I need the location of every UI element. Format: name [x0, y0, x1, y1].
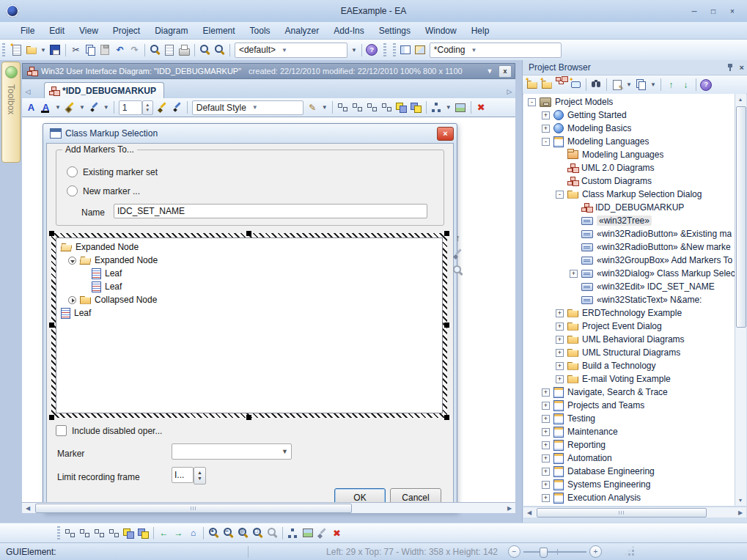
expand-icon[interactable]: + — [542, 428, 550, 436]
new-model-icon[interactable] — [525, 78, 539, 91]
chevron-down-icon[interactable]: ▼ — [350, 47, 358, 54]
align-top-icon[interactable] — [365, 101, 379, 114]
toolbar-grip[interactable] — [2, 43, 5, 56]
default-combo[interactable]: <default> ▼ — [235, 43, 347, 58]
back-icon[interactable]: ← — [157, 527, 171, 539]
expand-icon[interactable]: + — [556, 375, 564, 383]
scrollbar-thumb[interactable] — [537, 508, 707, 517]
caption-close-button[interactable]: x — [498, 65, 512, 78]
new-package-icon[interactable] — [540, 78, 553, 91]
line-width-spinner[interactable]: ▲▼ — [142, 100, 153, 115]
designed-dialog-titlebar[interactable]: Class Markup Selection × — [43, 124, 457, 143]
expand-icon[interactable]: + — [556, 362, 564, 370]
format-painter-icon[interactable] — [155, 101, 169, 114]
zoom-slider[interactable]: − + — [508, 545, 602, 558]
chevron-down-icon[interactable]: ▼ — [649, 81, 658, 88]
move-down-icon[interactable]: ↓ — [679, 78, 693, 91]
expand-icon[interactable]: + — [542, 125, 550, 133]
align-right-icon[interactable] — [78, 527, 92, 539]
tab-idd-debugmarkup[interactable]: *IDD_DEBUGMARKUP — [44, 82, 164, 98]
workspace-icon[interactable] — [413, 44, 427, 56]
expand-icon[interactable]: + — [542, 454, 550, 463]
align-bottom-icon[interactable] — [380, 101, 394, 114]
checkbox-icon[interactable] — [56, 425, 67, 436]
scroll-right-icon[interactable]: ▶ — [504, 504, 515, 513]
expand-icon[interactable]: + — [542, 415, 550, 423]
tree-item[interactable]: +Projects and Teams — [525, 399, 735, 412]
close-panel-icon[interactable]: × — [740, 63, 744, 72]
find-in-model-icon[interactable] — [198, 44, 212, 56]
minimize-button[interactable]: ─ — [687, 6, 702, 17]
save-style-icon[interactable]: ✎ — [306, 101, 320, 114]
panel-splitter[interactable] — [515, 60, 522, 523]
align-right-icon[interactable] — [350, 101, 364, 114]
expand-icon[interactable]: + — [542, 402, 550, 410]
tree-item[interactable]: +Build a Technology — [525, 359, 735, 372]
zoom-in-icon[interactable]: + — [589, 545, 602, 558]
hierarchy-icon[interactable] — [430, 101, 444, 114]
find-in-project-icon[interactable] — [589, 78, 603, 91]
tree-item[interactable]: +«win32Dialog» Class Markup Selec — [525, 267, 735, 280]
menu-item-addins[interactable]: Add-Ins — [326, 23, 371, 38]
redo-icon[interactable]: ↷ — [128, 44, 141, 56]
chevron-down-icon[interactable]: ▼ — [78, 104, 87, 111]
collapse-icon[interactable]: - — [542, 138, 550, 146]
scroll-left-icon[interactable]: ◀ — [22, 504, 34, 513]
search-icon[interactable] — [148, 44, 162, 56]
menu-item-tools[interactable]: Tools — [243, 23, 278, 38]
menu-item-edit[interactable]: Edit — [42, 23, 72, 38]
eyedropper-icon[interactable] — [170, 101, 184, 114]
scrollbar-thumb[interactable] — [35, 504, 352, 513]
collapse-icon[interactable]: - — [528, 98, 536, 106]
scroll-down-icon[interactable]: ▼ — [735, 495, 746, 506]
chevron-down-icon[interactable]: ▼ — [320, 104, 329, 111]
tree-item[interactable]: «win32RadioButton» &Existing ma — [525, 227, 735, 240]
tab-scroll-right-icon[interactable]: ▷ — [504, 85, 515, 98]
copy-icon[interactable] — [84, 44, 97, 56]
radio-icon[interactable] — [67, 166, 78, 177]
font-icon[interactable]: A — [39, 101, 53, 114]
zoom-slider-thumb[interactable] — [540, 548, 548, 558]
chevron-down-icon[interactable]: ▼ — [102, 104, 111, 111]
tree-item[interactable]: «win32Edit» IDC_SET_NAME — [525, 280, 735, 293]
resize-cursor-icon[interactable]: ↑ — [456, 233, 460, 243]
style-combo[interactable]: Default Style ▼ — [192, 100, 303, 115]
menu-item-file[interactable]: File — [13, 23, 42, 38]
bring-to-front-icon[interactable] — [122, 527, 136, 539]
chevron-down-icon[interactable]: ▼ — [444, 104, 453, 111]
tree-item[interactable]: -Project Models — [525, 95, 735, 108]
tree-item[interactable]: «win32GroupBox» Add Markers To — [525, 254, 735, 267]
expand-icon[interactable]: + — [542, 388, 550, 397]
expand-icon[interactable]: + — [556, 336, 564, 344]
zoom-slider-track[interactable] — [523, 551, 586, 553]
send-to-back-icon[interactable] — [409, 101, 423, 114]
align-left-icon[interactable] — [336, 101, 350, 114]
chevron-down-icon[interactable]: ▼ — [54, 104, 62, 111]
groupbox-add-markers[interactable]: Add Markers To... Existing marker set Ne… — [56, 150, 444, 226]
collapse-icon[interactable]: - — [556, 191, 564, 199]
selection-handle[interactable] — [444, 323, 449, 328]
toolbar-grip[interactable] — [393, 43, 396, 56]
selection-handle[interactable] — [246, 415, 251, 420]
tree-item[interactable]: +Navigate, Search & Trace — [525, 386, 735, 399]
chevron-down-icon[interactable]: ▼ — [471, 47, 477, 54]
tree-item[interactable]: +Automation — [525, 452, 735, 465]
cut-icon[interactable]: ✂ — [69, 44, 83, 56]
new-diagram-icon[interactable] — [554, 78, 568, 91]
tree-item[interactable]: +UML Behavioral Diagrams — [525, 333, 735, 346]
tree-item[interactable]: +Execution Analysis — [525, 491, 735, 504]
include-disabled-checkbox[interactable]: Include disabled oper... — [56, 425, 162, 436]
tree-item[interactable]: +Reporting — [525, 438, 735, 452]
zoom-fit-icon[interactable]: □ — [251, 527, 265, 539]
hierarchy-icon[interactable] — [286, 527, 300, 539]
tree-item[interactable]: «win32Tree» — [525, 214, 735, 227]
scroll-right-icon[interactable]: ▶ — [735, 508, 746, 517]
menu-item-view[interactable]: View — [72, 23, 106, 38]
tree-item[interactable]: -Class Markup Selection Dialog — [525, 188, 735, 201]
tree-item[interactable]: Expanded Node — [56, 254, 442, 267]
document-icon[interactable] — [163, 44, 177, 56]
limit-input[interactable]: I... — [172, 467, 194, 483]
tree-item[interactable]: +Maintenance — [525, 425, 735, 438]
close-button[interactable]: × — [725, 6, 740, 17]
expand-icon[interactable]: + — [542, 441, 550, 449]
